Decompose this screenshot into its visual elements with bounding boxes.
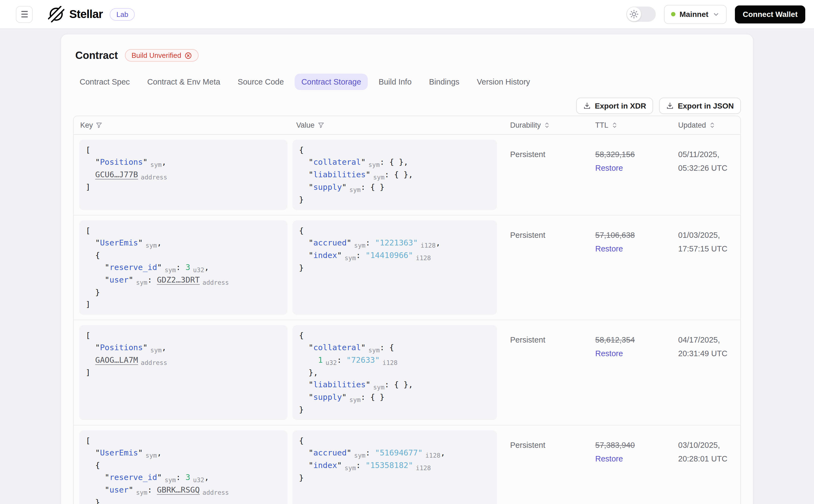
- network-selector[interactable]: Mainnet: [664, 5, 727, 24]
- tab-contract-spec[interactable]: Contract Spec: [73, 74, 136, 90]
- sort-icon: [709, 122, 716, 129]
- contract-tabs: Contract Spec Contract & Env Meta Source…: [73, 74, 741, 90]
- storage-key-cell: [ "Positions"sym, GCU6…J77Baddress]: [79, 140, 288, 210]
- updated-date: 04/17/2025,: [678, 333, 737, 347]
- chevron-down-icon: [713, 11, 720, 18]
- storage-key-cell: [ "UserEmis"sym, { "reserve_id"sym: 3u32…: [79, 220, 288, 315]
- updated-time: 05:32:26 UTC: [678, 161, 737, 175]
- address-link[interactable]: GAOG…LA7M: [95, 356, 138, 364]
- brand-name: Stellar: [69, 8, 103, 21]
- hamburger-menu-button[interactable]: [16, 6, 33, 23]
- updated-cell: 05/11/2025, 05:32:26 UTC: [672, 135, 740, 215]
- table-row: [ "UserEmis"sym, { "reserve_id"sym: 3u32…: [74, 215, 740, 320]
- durability-cell: Persistent: [504, 320, 589, 425]
- sort-icon: [611, 122, 618, 129]
- lab-badge: Lab: [110, 8, 135, 20]
- filter-icon: [317, 122, 324, 129]
- storage-table-body: [ "Positions"sym, GCU6…J77Baddress] { "c…: [74, 135, 740, 504]
- tab-build-info[interactable]: Build Info: [372, 74, 418, 90]
- column-header-ttl[interactable]: TTL: [589, 121, 672, 129]
- updated-time: 20:31:49 UTC: [678, 347, 737, 361]
- app-viewport: Stellar Lab: [0, 0, 814, 504]
- storage-value-cell: { "accrued"sym: "1221363"i128, "index"sy…: [292, 220, 497, 315]
- column-header-updated[interactable]: Updated: [672, 121, 740, 129]
- address-link[interactable]: GCU6…J77B: [95, 170, 138, 179]
- ttl-value: 57,106,638: [595, 231, 635, 239]
- updated-time: 17:57:15 UTC: [678, 242, 737, 256]
- tab-version-history[interactable]: Version History: [470, 74, 537, 90]
- storage-key-cell: [ "Positions"sym, GAOG…LA7Maddress]: [79, 325, 288, 420]
- restore-link[interactable]: Restore: [595, 347, 668, 361]
- export-json-button[interactable]: Export in JSON: [659, 98, 741, 114]
- ttl-cell: 57,383,940 Restore: [589, 425, 672, 504]
- storage-value-cell: { "collateral"sym: { }, "liabilities"sym…: [292, 140, 497, 210]
- updated-cell: 01/03/2025, 17:57:15 UTC: [672, 215, 740, 320]
- updated-date: 05/11/2025,: [678, 148, 737, 161]
- network-status-dot: [671, 12, 675, 16]
- stellar-logo[interactable]: Stellar: [48, 6, 103, 22]
- filter-icon: [96, 122, 103, 129]
- column-header-key[interactable]: Key: [74, 121, 290, 129]
- sort-icon: [544, 122, 551, 129]
- address-link[interactable]: GDZ2…3DRT: [157, 275, 200, 284]
- ttl-cell: 57,106,638 Restore: [589, 215, 672, 320]
- table-row: [ "UserEmis"sym, { "reserve_id"sym: 3u32…: [74, 425, 740, 504]
- table-header-row: Key Value Durability: [74, 116, 740, 135]
- address-link[interactable]: GBRK…RSGQ: [157, 485, 200, 494]
- tab-source-code[interactable]: Source Code: [231, 74, 290, 90]
- durability-cell: Persistent: [504, 215, 589, 320]
- restore-link[interactable]: Restore: [595, 242, 668, 256]
- contract-title-row: Contract Build Unverified: [75, 34, 741, 62]
- theme-toggle-knob: [627, 7, 641, 21]
- ttl-cell: 58,329,156 Restore: [589, 135, 672, 215]
- close-circle-icon: [184, 52, 192, 59]
- storage-value-cell: { "accrued"sym: "51694677"i128, "index"s…: [292, 430, 497, 504]
- tab-bindings[interactable]: Bindings: [423, 74, 466, 90]
- ttl-value: 58,612,354: [595, 335, 635, 344]
- topbar-actions: Mainnet Connect Wallet: [626, 5, 805, 24]
- sun-icon: [629, 10, 638, 19]
- table-row: [ "Positions"sym, GAOG…LA7Maddress] { "c…: [74, 320, 740, 425]
- column-header-durability[interactable]: Durability: [504, 121, 589, 129]
- page-title: Contract: [75, 49, 118, 61]
- stellar-logo-icon: [48, 6, 64, 22]
- export-xdr-button[interactable]: Export in XDR: [576, 98, 653, 114]
- updated-date: 03/10/2025,: [678, 439, 737, 452]
- updated-cell: 04/17/2025, 20:31:49 UTC: [672, 320, 740, 425]
- ttl-value: 58,329,156: [595, 150, 635, 159]
- tab-contract-storage[interactable]: Contract Storage: [295, 74, 368, 90]
- updated-time: 20:28:01 UTC: [678, 452, 737, 466]
- top-navigation-bar: Stellar Lab: [0, 0, 814, 29]
- updated-cell: 03/10/2025, 20:28:01 UTC: [672, 425, 740, 504]
- durability-cell: Persistent: [504, 135, 589, 215]
- storage-key-cell: [ "UserEmis"sym, { "reserve_id"sym: 3u32…: [79, 430, 288, 504]
- hamburger-icon: [21, 11, 28, 12]
- build-status-badge: Build Unverified: [125, 49, 199, 62]
- download-icon: [583, 102, 591, 110]
- restore-link[interactable]: Restore: [595, 452, 668, 466]
- ttl-value: 57,383,940: [595, 441, 635, 449]
- contract-card: Contract Build Unverified Contract Spec …: [61, 34, 753, 504]
- theme-toggle[interactable]: [626, 7, 656, 22]
- storage-value-cell: { "collateral"sym: { 1u32: "72633"i128 }…: [292, 325, 497, 420]
- tab-contract-env-meta[interactable]: Contract & Env Meta: [141, 74, 227, 90]
- durability-cell: Persistent: [504, 425, 589, 504]
- contract-storage-table: Key Value Durability: [73, 116, 741, 504]
- export-actions: Export in XDR Export in JSON: [73, 98, 741, 114]
- column-header-value[interactable]: Value: [290, 121, 504, 129]
- download-icon: [666, 102, 674, 110]
- updated-date: 01/03/2025,: [678, 229, 737, 242]
- connect-wallet-button[interactable]: Connect Wallet: [735, 5, 805, 23]
- table-row: [ "Positions"sym, GCU6…J77Baddress] { "c…: [74, 135, 740, 215]
- network-label: Mainnet: [680, 10, 708, 19]
- restore-link[interactable]: Restore: [595, 161, 668, 175]
- ttl-cell: 58,612,354 Restore: [589, 320, 672, 425]
